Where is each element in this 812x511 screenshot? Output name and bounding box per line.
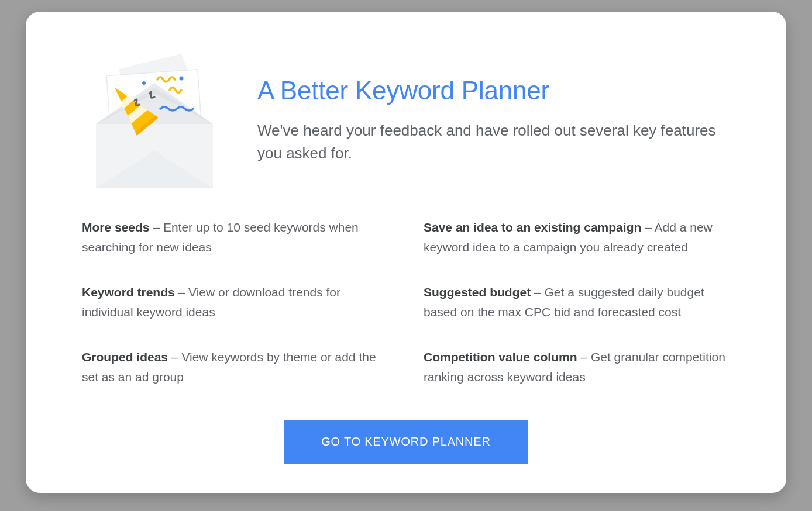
feature-title: Save an idea to an existing campaign bbox=[424, 220, 641, 234]
feature-title: Suggested budget bbox=[424, 285, 531, 299]
announcement-title: A Better Keyword Planner bbox=[257, 76, 734, 105]
feature-title: Keyword trends bbox=[82, 285, 175, 299]
feature-keyword-trends: Keyword trends – View or download trends… bbox=[82, 282, 388, 322]
feature-competition-column: Competition value column – Get granular … bbox=[424, 347, 730, 386]
announcement-card: A Better Keyword Planner We've heard you… bbox=[26, 12, 786, 493]
hero-section: A Better Keyword Planner We've heard you… bbox=[78, 53, 734, 194]
feature-more-seeds: More seeds – Enter up to 10 seed keyword… bbox=[82, 217, 388, 257]
svg-point-12 bbox=[180, 77, 184, 81]
svg-point-13 bbox=[142, 81, 146, 85]
go-to-keyword-planner-button[interactable]: GO TO KEYWORD PLANNER bbox=[284, 420, 528, 464]
feature-title: Competition value column bbox=[424, 350, 577, 364]
feature-title: Grouped ideas bbox=[82, 350, 168, 364]
feature-grouped-ideas: Grouped ideas – View keywords by theme o… bbox=[82, 347, 388, 386]
cta-row: GO TO KEYWORD PLANNER bbox=[78, 420, 734, 464]
feature-save-idea: Save an idea to an existing campaign – A… bbox=[424, 217, 730, 257]
feature-suggested-budget: Suggested budget – Get a suggested daily… bbox=[424, 282, 730, 322]
hero-text: A Better Keyword Planner We've heard you… bbox=[257, 53, 734, 165]
celebration-envelope-icon bbox=[78, 48, 225, 194]
feature-title: More seeds bbox=[82, 220, 150, 234]
announcement-subtitle: We've heard your feedback and have rolle… bbox=[257, 119, 734, 165]
features-grid: More seeds – Enter up to 10 seed keyword… bbox=[78, 217, 734, 387]
